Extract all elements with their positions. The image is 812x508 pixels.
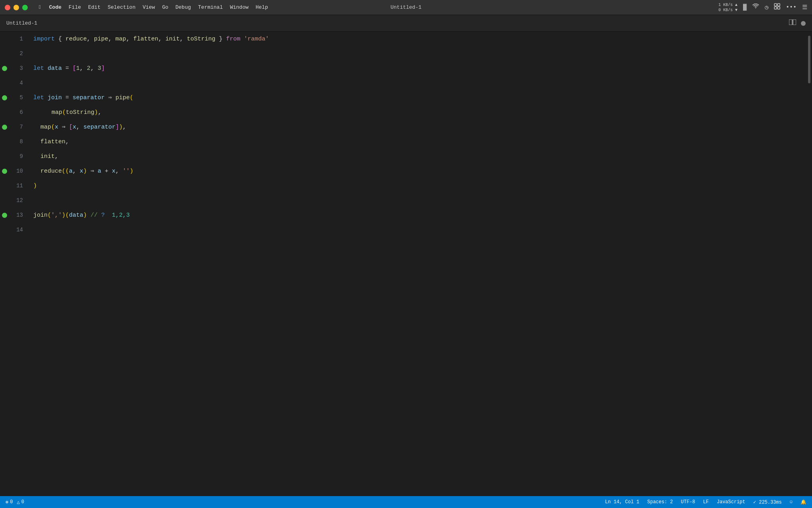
scrollbar[interactable] [806, 32, 812, 496]
bp-slot-10[interactable] [0, 164, 9, 179]
error-icon: ⊗ [6, 499, 8, 505]
notification-icon[interactable]: 🔔 [801, 499, 806, 505]
dot-icon [801, 21, 806, 26]
bp-slot-3[interactable] [0, 61, 9, 76]
timing-info: ✓ 225.33ms [753, 499, 782, 505]
code-line-10: reduce((a, x) ⇒ a + x, '') [33, 164, 806, 179]
warning-num: 0 [21, 499, 24, 505]
menu-debug[interactable]: Debug [176, 4, 191, 10]
code-line-11: ) [33, 179, 806, 193]
line-num-2: 2 [9, 46, 23, 61]
line-num-3: 3 [9, 61, 23, 76]
scrollbar-thumb[interactable] [808, 36, 810, 83]
status-left: ⊗ 0 △ 0 [6, 499, 24, 505]
bp-slot-4 [0, 76, 9, 90]
dots-icon[interactable]: ••• [786, 4, 797, 11]
menu-window[interactable]: Window [230, 4, 249, 10]
minimize-button[interactable] [13, 5, 19, 10]
error-num: 0 [10, 499, 13, 505]
wifi-icon [752, 4, 759, 11]
code-line-7: map(x ⇒ [x, separator]), [33, 120, 806, 135]
bp-slot-13[interactable] [0, 208, 9, 223]
menu-view[interactable]: View [143, 4, 155, 10]
svg-rect-2 [774, 7, 777, 9]
smiley-icon[interactable]: ☺ [790, 499, 793, 505]
code-line-9: init, [33, 149, 806, 164]
code-line-8: flatten, [33, 135, 806, 149]
line-num-5: 5 [9, 90, 23, 105]
status-right: Ln 14, Col 1 Spaces: 2 UTF-8 LF JavaScri… [605, 499, 806, 505]
svg-rect-4 [789, 19, 792, 25]
menu-code[interactable]: Code [49, 4, 61, 10]
bp-slot-12 [0, 193, 9, 208]
editor-header-right [789, 19, 806, 27]
bp-slot-2 [0, 46, 9, 61]
editor-header: Untitled-1 [0, 15, 812, 32]
language-mode[interactable]: JavaScript [717, 499, 745, 505]
line-number-gutter: 1 2 3 4 5 6 7 8 9 10 11 12 13 14 [9, 32, 29, 496]
titlebar-left:  Code File Edit Selection View Go Debug… [5, 4, 268, 10]
clock-icon: ◷ [765, 4, 768, 11]
close-button[interactable] [5, 5, 10, 10]
window-title: Untitled-1 [391, 4, 421, 10]
menu-selection[interactable]: Selection [107, 4, 135, 10]
code-line-12 [33, 193, 806, 208]
line-num-11: 11 [9, 179, 23, 193]
code-line-4 [33, 76, 806, 90]
bp-slot-14 [0, 223, 9, 237]
editor-tab[interactable]: Untitled-1 [6, 20, 37, 26]
code-line-13: join(',')(data) // ? 1,2,3 [33, 208, 806, 223]
network-info: 1 KB/s ▲ 0 KB/s ▼ [718, 2, 737, 13]
indentation[interactable]: Spaces: 2 [647, 499, 673, 505]
bp-slot-9 [0, 149, 9, 164]
line-num-8: 8 [9, 135, 23, 149]
line-num-10: 10 [9, 164, 23, 179]
menu-bar:  Code File Edit Selection View Go Debug… [39, 4, 268, 10]
svg-rect-5 [793, 19, 796, 25]
code-line-3: let data = [1, 2, 3] [33, 61, 806, 76]
titlebar-right: 1 KB/s ▲ 0 KB/s ▼ ▓ ◷ ••• ☰ [718, 2, 807, 13]
code-line-6: map(toString), [33, 105, 806, 120]
line-endings[interactable]: LF [703, 499, 709, 505]
bp-slot-11 [0, 179, 9, 193]
menu-apple[interactable]:  [39, 4, 42, 10]
svg-rect-1 [778, 4, 780, 6]
bp-slot-5[interactable] [0, 90, 9, 105]
code-line-1: import { reduce, pipe, map, flatten, ini… [33, 32, 806, 46]
line-num-1: 1 [9, 32, 23, 46]
file-encoding[interactable]: UTF-8 [681, 499, 695, 505]
bp-slot-7[interactable] [0, 120, 9, 135]
code-line-2 [33, 46, 806, 61]
bp-slot-6 [0, 105, 9, 120]
status-bar: ⊗ 0 △ 0 Ln 14, Col 1 Spaces: 2 UTF-8 LF … [0, 496, 812, 508]
menu-file[interactable]: File [69, 4, 81, 10]
svg-rect-0 [774, 4, 777, 6]
maximize-button[interactable] [22, 5, 28, 10]
bp-slot-1 [0, 32, 9, 46]
line-num-13: 13 [9, 208, 23, 223]
line-num-14: 14 [9, 223, 23, 237]
cursor-position[interactable]: Ln 14, Col 1 [605, 499, 639, 505]
line-num-12: 12 [9, 193, 23, 208]
line-num-6: 6 [9, 105, 23, 120]
code-line-5: let join = separator ⇒ pipe( [33, 90, 806, 105]
code-editor[interactable]: import { reduce, pipe, map, flatten, ini… [29, 32, 806, 496]
editor-area: 1 2 3 4 5 6 7 8 9 10 11 12 13 14 import … [0, 32, 812, 496]
menu-edit[interactable]: Edit [88, 4, 100, 10]
svg-rect-3 [778, 7, 780, 9]
menu-help[interactable]: Help [256, 4, 268, 10]
split-editor-icon[interactable] [789, 19, 796, 27]
code-line-14 [33, 223, 806, 237]
battery-icon: ▓ [743, 4, 747, 11]
list-icon[interactable]: ☰ [802, 4, 807, 11]
line-num-4: 4 [9, 76, 23, 90]
line-num-9: 9 [9, 149, 23, 164]
menu-go[interactable]: Go [162, 4, 169, 10]
titlebar:  Code File Edit Selection View Go Debug… [0, 0, 812, 15]
line-num-7: 7 [9, 120, 23, 135]
error-count[interactable]: ⊗ 0 △ 0 [6, 499, 24, 505]
breakpoint-gutter [0, 32, 9, 496]
warning-icon: △ [17, 499, 19, 505]
network-up: 1 KB/s ▲ [718, 2, 737, 8]
menu-terminal[interactable]: Terminal [198, 4, 223, 10]
